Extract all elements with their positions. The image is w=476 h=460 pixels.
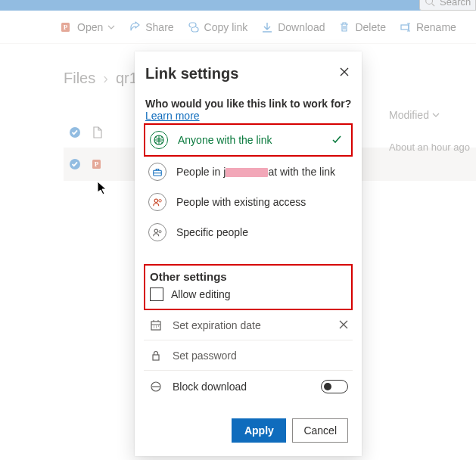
option-existing[interactable]: People with existing access: [144, 187, 353, 217]
option-specific-label: Specific people: [176, 225, 345, 239]
close-button[interactable]: [338, 65, 351, 81]
option-org-prefix: People in j: [176, 166, 226, 178]
block-download-label: Block download: [173, 381, 312, 393]
block-download-icon: [148, 381, 163, 393]
highlight-box-editing: Other settings Allow editing: [144, 264, 353, 310]
option-org-label: People in jat with the link: [176, 165, 345, 179]
dialog-title: Link settings: [144, 65, 353, 82]
password-placeholder: Set password: [173, 350, 348, 362]
option-org[interactable]: People in jat with the link: [144, 157, 353, 187]
option-existing-label: People with existing access: [176, 195, 345, 209]
learn-more-link[interactable]: Learn more: [144, 110, 353, 122]
option-specific[interactable]: Specific people: [144, 217, 353, 247]
svg-point-14: [159, 231, 161, 233]
redacted-org-name: [226, 168, 268, 177]
apply-button[interactable]: Apply: [232, 418, 286, 443]
svg-point-12: [159, 200, 162, 203]
password-row[interactable]: Set password: [144, 340, 353, 371]
people-existing-icon: [148, 193, 166, 211]
expiration-row[interactable]: Set expiration date: [144, 310, 353, 340]
cancel-button[interactable]: Cancel: [292, 418, 348, 443]
dialog-buttons: Apply Cancel: [144, 418, 353, 443]
people-specific-icon: [148, 223, 166, 241]
clear-expiration-button[interactable]: [339, 319, 348, 331]
allow-editing-checkbox[interactable]: Allow editing: [150, 288, 345, 301]
close-icon: [339, 67, 350, 77]
expiration-placeholder: Set expiration date: [173, 319, 330, 331]
other-settings-title: Other settings: [150, 270, 345, 283]
option-anyone[interactable]: Anyone with the link: [145, 125, 351, 155]
svg-point-13: [154, 229, 157, 232]
checkbox-icon: [150, 288, 163, 301]
svg-point-11: [154, 199, 157, 202]
lock-icon: [148, 350, 163, 362]
allow-editing-label: Allow editing: [171, 288, 231, 300]
dialog-subhead: Who would you like this link to work for…: [144, 98, 353, 110]
globe-icon: [150, 131, 168, 149]
block-download-row: Block download: [144, 371, 353, 402]
calendar-icon: [148, 319, 163, 331]
svg-rect-16: [153, 355, 159, 360]
close-icon: [339, 320, 348, 329]
briefcase-icon: [148, 163, 166, 181]
checkmark-icon: [330, 135, 344, 145]
block-download-toggle[interactable]: [321, 380, 348, 393]
link-settings-dialog: Link settings Who would you like this li…: [135, 51, 362, 456]
option-anyone-label: Anyone with the link: [178, 133, 320, 147]
highlight-box-scope: Anyone with the link: [144, 123, 353, 157]
option-org-suffix: at with the link: [268, 166, 335, 178]
